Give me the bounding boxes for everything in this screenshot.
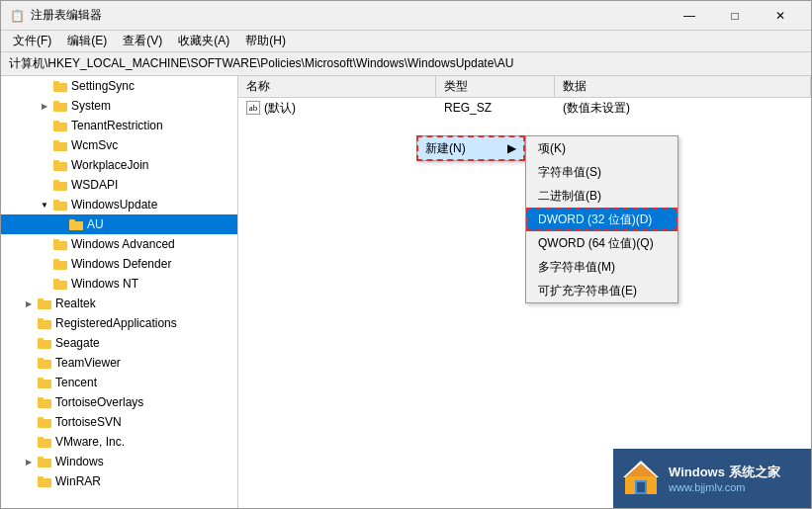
tree-item-system[interactable]: ▶ System bbox=[1, 96, 237, 116]
menu-favorites[interactable]: 收藏夹(A) bbox=[170, 31, 237, 51]
tree-arrow bbox=[21, 315, 37, 331]
folder-icon bbox=[37, 394, 52, 410]
tree-item-tortoiseoverlays[interactable]: TortoiseOverlays bbox=[1, 392, 237, 412]
tree-item-workplacejoin[interactable]: WorkplaceJoin bbox=[1, 155, 237, 175]
tree-arrow bbox=[37, 177, 52, 193]
folder-icon bbox=[37, 434, 52, 450]
cell-type: REG_SZ bbox=[436, 98, 555, 118]
tree-label: Windows bbox=[55, 455, 104, 468]
tree-item-tenantrestriction[interactable]: TenantRestriction bbox=[1, 116, 237, 135]
cell-data: (数值未设置) bbox=[555, 98, 811, 118]
tree-item-teamviewer[interactable]: TeamViewer bbox=[1, 353, 237, 373]
tree-item-windows-defender[interactable]: Windows Defender bbox=[1, 254, 237, 274]
menu-view[interactable]: 查看(V) bbox=[115, 31, 170, 51]
tree-label: TenantRestriction bbox=[71, 119, 163, 132]
tree-item-settingsync[interactable]: SettingSync bbox=[1, 76, 237, 96]
tree-arrow bbox=[37, 276, 52, 292]
folder-icon bbox=[52, 177, 68, 193]
table-header: 名称 类型 数据 bbox=[238, 76, 811, 98]
tree-label: System bbox=[71, 99, 111, 113]
main-content: SettingSync ▶ System TenantRestriction bbox=[1, 76, 811, 508]
tree-label: TortoiseOverlays bbox=[55, 395, 143, 409]
tree-arrow bbox=[52, 216, 68, 232]
tree-arrow bbox=[37, 137, 52, 153]
tree-arrow bbox=[21, 355, 37, 371]
tree-item-registeredapps[interactable]: RegisteredApplications bbox=[1, 313, 237, 333]
tree-label: TeamViewer bbox=[55, 356, 121, 370]
window-controls: — □ ✕ bbox=[667, 1, 803, 31]
tree-item-tencent[interactable]: Tencent bbox=[1, 373, 237, 392]
address-bar: 计算机\HKEY_LOCAL_MACHINE\SOFTWARE\Policies… bbox=[1, 52, 811, 76]
minimize-button[interactable]: — bbox=[667, 1, 712, 31]
title-bar: 📋 注册表编辑器 — □ ✕ bbox=[1, 1, 811, 31]
folder-icon bbox=[37, 454, 52, 469]
folder-icon bbox=[52, 157, 68, 173]
tree-item-winrar[interactable]: WinRAR bbox=[1, 471, 237, 491]
folder-icon bbox=[37, 296, 52, 311]
col-header-type[interactable]: 类型 bbox=[436, 76, 555, 97]
tree-item-au[interactable]: AU bbox=[1, 214, 237, 234]
tree-item-tortoisesvn[interactable]: TortoiseSVN bbox=[1, 412, 237, 432]
col-header-name[interactable]: 名称 bbox=[238, 76, 436, 97]
tree-arrow bbox=[37, 256, 52, 272]
tree-item-realtek[interactable]: ▶ Realtek bbox=[1, 294, 237, 313]
col-header-data[interactable]: 数据 bbox=[555, 76, 811, 97]
svg-marker-2 bbox=[625, 463, 657, 476]
cell-name: ab (默认) bbox=[238, 98, 436, 118]
table-row[interactable]: ab (默认) REG_SZ (数值未设置) bbox=[238, 98, 811, 118]
tree-label: RegisteredApplications bbox=[55, 316, 177, 330]
menu-bar: 文件(F) 编辑(E) 查看(V) 收藏夹(A) 帮助(H) bbox=[1, 31, 811, 52]
folder-icon-open bbox=[52, 197, 68, 212]
tree-arrow bbox=[21, 473, 37, 489]
tree-label: WinRAR bbox=[55, 474, 101, 488]
tree-arrow bbox=[37, 236, 52, 252]
tree-label: WSDAPI bbox=[71, 178, 118, 192]
registry-editor-window: 📋 注册表编辑器 — □ ✕ 文件(F) 编辑(E) 查看(V) 收藏夹(A) … bbox=[0, 0, 812, 509]
tree-arrow bbox=[21, 335, 37, 351]
tree-label: Seagate bbox=[55, 336, 100, 350]
close-button[interactable]: ✕ bbox=[758, 1, 803, 31]
tree-arrow: ▶ bbox=[21, 296, 37, 311]
tree-item-windows-advanced[interactable]: Windows Advanced bbox=[1, 234, 237, 254]
folder-icon bbox=[52, 276, 68, 292]
watermark: Windows 系统之家 www.bjjmlv.com bbox=[613, 449, 811, 508]
tree-item-windows-nt[interactable]: Windows NT bbox=[1, 274, 237, 294]
folder-icon bbox=[37, 375, 52, 390]
tree-item-wcmsvc[interactable]: WcmSvc bbox=[1, 135, 237, 155]
tree-label: WindowsUpdate bbox=[71, 198, 157, 212]
maximize-button[interactable]: □ bbox=[712, 1, 758, 31]
tree-item-wsdapi[interactable]: WSDAPI bbox=[1, 175, 237, 195]
menu-help[interactable]: 帮助(H) bbox=[237, 31, 294, 51]
menu-edit[interactable]: 编辑(E) bbox=[59, 31, 115, 51]
tree-item-windowsupdate[interactable]: ▼ WindowsUpdate bbox=[1, 195, 237, 214]
tree-arrow bbox=[21, 414, 37, 430]
tree-item-vmware[interactable]: VMware, Inc. bbox=[1, 432, 237, 452]
tree-arrow: ▶ bbox=[37, 98, 52, 114]
watermark-line1: Windows 系统之家 bbox=[669, 464, 780, 481]
tree-item-windows[interactable]: ▶ Windows bbox=[1, 452, 237, 471]
folder-icon-selected bbox=[68, 216, 84, 232]
folder-icon bbox=[37, 335, 52, 351]
app-icon: 📋 bbox=[9, 8, 25, 24]
tree-label: Windows Defender bbox=[71, 257, 171, 271]
folder-icon bbox=[52, 256, 68, 272]
table-body[interactable]: ab (默认) REG_SZ (数值未设置) bbox=[238, 98, 811, 508]
watermark-text-block: Windows 系统之家 www.bjjmlv.com bbox=[669, 464, 780, 493]
tree-label: Windows NT bbox=[71, 277, 138, 291]
watermark-line2: www.bjjmlv.com bbox=[669, 481, 780, 493]
tree-label: SettingSync bbox=[71, 79, 135, 93]
tree-item-seagate[interactable]: Seagate bbox=[1, 333, 237, 353]
folder-icon bbox=[52, 236, 68, 252]
address-text: 计算机\HKEY_LOCAL_MACHINE\SOFTWARE\Policies… bbox=[9, 55, 513, 72]
folder-icon bbox=[37, 315, 52, 331]
folder-icon bbox=[37, 414, 52, 430]
tree-label: TortoiseSVN bbox=[55, 415, 122, 429]
tree-arrow-expanded: ▼ bbox=[37, 197, 52, 212]
reg-value-icon: ab bbox=[246, 101, 260, 115]
tree-arrow: ▶ bbox=[21, 454, 37, 469]
tree-label: Windows Advanced bbox=[71, 237, 175, 251]
tree-label: Realtek bbox=[55, 297, 96, 310]
tree-panel[interactable]: SettingSync ▶ System TenantRestriction bbox=[1, 76, 238, 508]
menu-file[interactable]: 文件(F) bbox=[5, 31, 59, 51]
folder-icon bbox=[52, 78, 68, 94]
